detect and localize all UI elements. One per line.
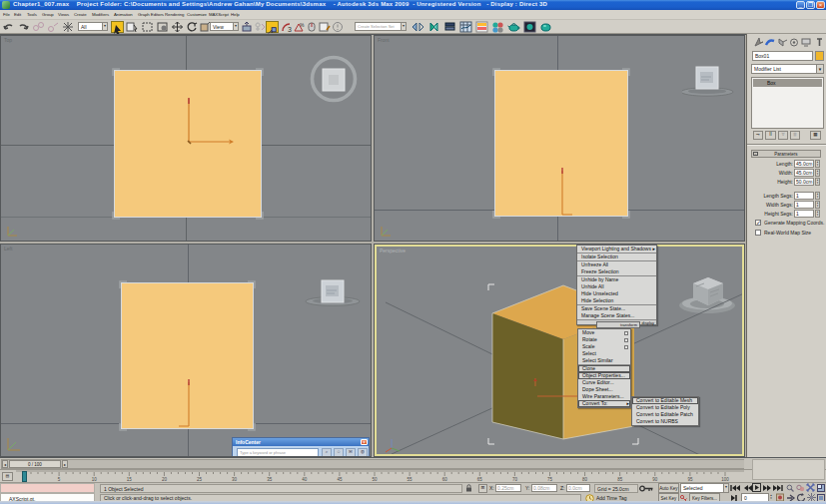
svg-text:5: 5 [58,477,61,482]
svg-text:85: 85 [617,477,623,482]
svg-text:90: 90 [652,477,658,482]
svg-text:65: 65 [477,477,483,482]
svg-text:10: 10 [92,477,98,482]
svg-text:20: 20 [162,477,168,482]
svg-text:35: 35 [267,477,273,482]
svg-text:55: 55 [408,477,413,482]
svg-text:100: 100 [721,477,729,482]
svg-text:95: 95 [687,477,693,482]
svg-text:25: 25 [197,477,203,482]
svg-text:%: % [300,22,305,28]
svg-text:15: 15 [127,477,133,482]
svg-text:70: 70 [512,477,518,482]
svg-text:40: 40 [302,477,308,482]
svg-text:60: 60 [442,477,448,482]
svg-text:45: 45 [337,477,343,482]
svg-text:30: 30 [232,477,238,482]
svg-text:80: 80 [582,477,588,482]
svg-text:50: 50 [372,477,378,482]
svg-text:75: 75 [547,477,553,482]
svg-text:3: 3 [288,26,292,33]
